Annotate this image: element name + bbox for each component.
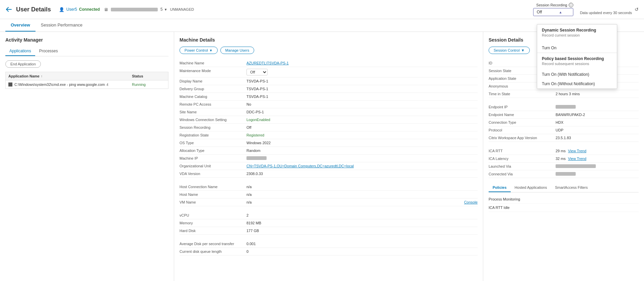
turn-on-with-notification-item[interactable]: Turn On (With Notification) (537, 70, 617, 79)
delivery-group-value: TSVDA-PS-1 (246, 87, 478, 91)
delivery-group-row: Delivery Group TSVDA-PS-1 (180, 85, 478, 93)
power-control-chevron: ▼ (209, 49, 213, 52)
disk-queue-label: Current disk queue length (180, 249, 246, 254)
app-table-header: Application Name ↑ Status (5, 72, 168, 80)
ica-rtt-view-trend[interactable]: View Trend (568, 149, 586, 153)
session-id-indicator: 5 (160, 7, 163, 12)
windows-connection-row: Windows Connection Setting LogonEnabled (180, 116, 478, 124)
endpoint-ip-label: Endpoint IP (489, 105, 556, 109)
activity-sub-tabs: Applications Processes (5, 47, 168, 56)
policy-recording-section: Policy based Session Recording Record su… (537, 53, 617, 70)
ica-rtt-row: ICA RTT 29 ms View Trend (489, 147, 639, 155)
avg-disk-value: 0.001 (246, 242, 478, 246)
launched-via-value (556, 164, 596, 168)
turn-on-without-notification-item[interactable]: Turn On (Without Notification) (537, 79, 617, 89)
connection-type-label: Connection Type (489, 120, 556, 124)
machine-catalog-row: Machine Catalog TSVDA-PS-1 (180, 93, 478, 101)
end-application-button[interactable]: End Application (5, 60, 41, 68)
policy-item-ica-rtt-idle: ICA RTT Idle (489, 204, 639, 212)
turn-on-item[interactable]: Turn On (537, 43, 617, 53)
managed-badge: UNMANAGED (170, 7, 194, 11)
table-row: C:\Windows\system32\cmd.exe - ping www.g… (5, 80, 168, 89)
power-control-button[interactable]: Power Control ▼ (180, 47, 218, 54)
citrix-version-label: Citrix Workspace App Version (489, 136, 556, 140)
machine-name-value[interactable]: AZUREDTL\TSVDA-PS-1 (246, 61, 478, 65)
endpoint-ip-row: Endpoint IP (489, 103, 639, 111)
user-status: Connected (79, 7, 100, 12)
protocol-label: Protocol (489, 128, 556, 132)
vcpu-value: 2 (246, 213, 478, 217)
allocation-type-row: Allocation Type Random (180, 147, 478, 155)
policy-recording-title: Policy based Session Recording (542, 56, 612, 61)
activity-manager-title: Activity Manager (5, 37, 168, 43)
os-type-label: OS Type (180, 141, 246, 145)
status-cell: Running (132, 82, 165, 87)
hard-disk-row: Hard Disk 177 GB (180, 227, 478, 235)
remote-pc-label: Remote PC Access (180, 102, 246, 106)
dynamic-recording-subtitle: Record current session (542, 33, 612, 37)
launched-via-label: Launched Via (489, 164, 556, 168)
machine-ip-row: Machine IP (180, 155, 478, 162)
session-tab-smartaccess[interactable]: SmartAccess Filters (551, 183, 592, 192)
host-name-value: n/a (246, 192, 478, 196)
connection-type-value: HDX (556, 120, 639, 124)
session-tab-policies[interactable]: Policies (489, 183, 511, 192)
os-type-row: OS Type Windows 2022 (180, 139, 478, 147)
page-title: User Details (16, 6, 51, 13)
session-recording-info-icon[interactable]: ⓘ (569, 3, 573, 7)
session-recording-label-field: Session Recording (180, 125, 246, 129)
protocol-value: UDP (556, 128, 639, 132)
app-name-col-header: Application Name ↑ (8, 74, 132, 78)
tab-overview[interactable]: Overview (5, 19, 35, 32)
windows-connection-value: LogonEnabled (246, 118, 478, 122)
console-link[interactable]: Console (464, 200, 478, 204)
connected-via-label: Connected Via (489, 172, 556, 176)
sort-icon[interactable]: ↑ (41, 74, 43, 78)
vda-version-value: 2308.0.33 (246, 172, 478, 176)
maintenance-mode-select[interactable]: Off On (246, 69, 268, 75)
disk-queue-value: 0 (246, 249, 478, 254)
connection-type-row: Connection Type HDX (489, 119, 639, 126)
endpoint-name-label: Endpoint Name (489, 113, 556, 117)
hard-disk-label: Hard Disk (180, 229, 246, 233)
launched-via-row: Launched Via (489, 163, 639, 170)
session-recording-dropdown-popup: Dynamic Session Recording Record current… (537, 24, 617, 89)
vm-name-label: VM Name (180, 200, 246, 204)
ica-latency-value: 32 ms View Trend (556, 157, 639, 161)
header-right: Session Recording ⓘ Off ▲ Data updated e… (533, 3, 639, 16)
status-col-header: Status (132, 74, 165, 78)
endpoint-name-row: Endpoint Name BANWRUPAKD-2 (489, 111, 639, 119)
session-control-button[interactable]: Session Control ▼ (489, 47, 530, 54)
endpoint-ip-value (556, 105, 576, 109)
host-conn-row: Host Connection Name n/a (180, 183, 478, 191)
memory-value: 8192 MB (246, 221, 478, 225)
sub-tab-applications[interactable]: Applications (5, 47, 35, 56)
network-section: Endpoint IP Endpoint Name BANWRUPAKD-2 C… (489, 103, 639, 142)
site-name-value: DDC-PS-1 (246, 110, 478, 114)
app-name-cell: C:\Windows\system32\cmd.exe - ping www.g… (14, 82, 132, 87)
dropdown-chevron[interactable]: ▼ (164, 8, 167, 11)
vda-version-row: VDA Version 2308.0.33 (180, 170, 478, 178)
session-recording-dropdown[interactable]: Off ▲ (533, 8, 573, 16)
monitor-icon: 🖥 (104, 7, 108, 12)
sub-tab-processes[interactable]: Processes (35, 47, 62, 56)
host-conn-label: Host Connection Name (180, 185, 246, 189)
session-tab-hosted-apps[interactable]: Hosted Applications (511, 183, 551, 192)
display-name-row: Display Name TSVDA-PS-1 (180, 77, 478, 85)
maintenance-mode-label: Maintenance Mode (180, 69, 246, 73)
user-info: 👤 User5 Connected (59, 7, 100, 12)
ica-latency-view-trend[interactable]: View Trend (568, 157, 586, 161)
back-button[interactable] (5, 6, 12, 13)
machine-name-label: Machine Name (180, 61, 246, 65)
policy-item-process-monitoring: Process Monitoring (489, 195, 639, 204)
org-unit-value[interactable]: CN=TSVDA-PS-1,OU=Domain Computers,DC=azu… (246, 164, 478, 168)
machine-detail-table: Machine Name AZUREDTL\TSVDA-PS-1 Mainten… (180, 59, 478, 178)
manage-users-button[interactable]: Manage Users (220, 47, 255, 54)
ica-latency-row: ICA Latency 32 ms View Trend (489, 155, 639, 163)
refresh-icon[interactable]: ↺ (635, 7, 639, 12)
os-type-value: Windows 2022 (246, 141, 478, 145)
delivery-group-label: Delivery Group (180, 87, 246, 91)
display-name-value: TSVDA-PS-1 (246, 79, 478, 83)
activity-panel: Activity Manager Applications Processes … (0, 32, 174, 281)
tab-session-performance[interactable]: Session Performance (35, 19, 88, 32)
